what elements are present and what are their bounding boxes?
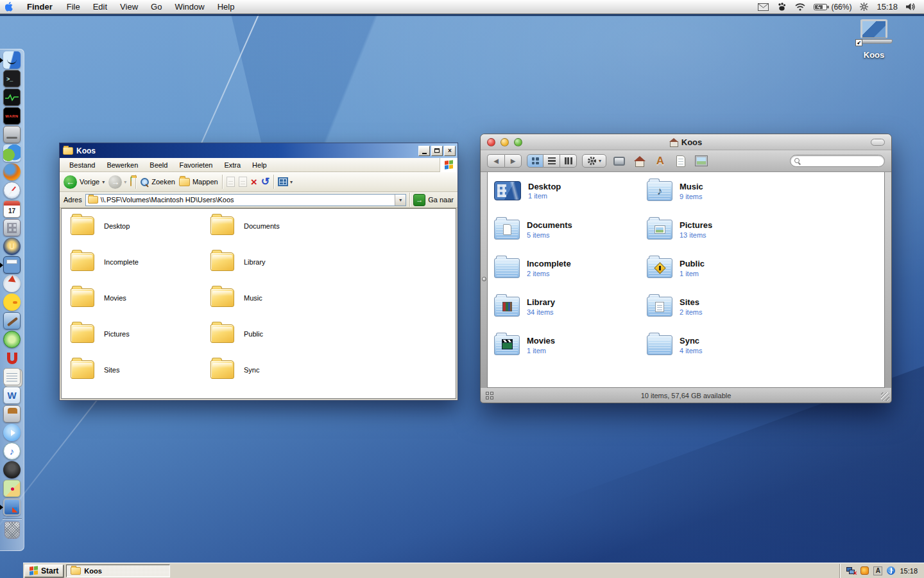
dock-item-xcode[interactable] — [0, 311, 24, 330]
finder-item-desktop[interactable]: Desktop1 item — [494, 181, 561, 200]
dock-item-itunes[interactable]: ♪ — [0, 442, 24, 460]
dock-item-cyberduck[interactable] — [0, 293, 24, 311]
applications-shortcut[interactable]: A — [653, 153, 668, 169]
finder-item-sync[interactable]: Sync4 items — [647, 335, 702, 355]
dock-item-ninja[interactable] — [0, 460, 24, 479]
dock-item-papers[interactable] — [0, 367, 24, 386]
finder-item-incomplete[interactable]: Incomplete2 items — [494, 258, 571, 278]
xp-folder-library[interactable]: Library — [210, 252, 266, 271]
menu-finder[interactable]: Finder — [19, 0, 60, 14]
xp-folder-movies[interactable]: Movies — [71, 288, 126, 307]
finder-window[interactable]: Koos ◀ ▶ ▾ A Desktop1 item — [480, 134, 892, 403]
xp-close-button[interactable]: × — [444, 146, 456, 156]
forward-button[interactable]: ▶ — [504, 154, 522, 168]
sidebar-knob[interactable] — [482, 277, 486, 281]
taskbar-clock[interactable]: 15:18 — [900, 567, 918, 575]
dock-item-calculator[interactable] — [0, 218, 24, 237]
dock-item-disk-utility[interactable] — [0, 125, 24, 144]
xp-folder-public[interactable]: Public — [210, 324, 263, 343]
finder-title-bar[interactable]: Koos — [481, 134, 891, 150]
finder-item-sites[interactable]: Sites2 items — [647, 297, 702, 317]
menu-edit[interactable]: Edit — [87, 0, 114, 14]
dock-item-led-ticker[interactable]: WARN — [0, 107, 24, 125]
delete-icon[interactable]: × — [251, 177, 257, 188]
dock-item-magnet[interactable] — [0, 349, 24, 367]
dock-item-camino[interactable] — [0, 274, 24, 293]
xp-menu-bewerken[interactable]: Bewerken — [101, 161, 144, 169]
home-shortcut[interactable] — [632, 153, 647, 169]
dock-item-trash[interactable] — [0, 521, 24, 539]
go-button[interactable]: → Ga naar — [413, 194, 454, 206]
xp-search-button[interactable]: Zoeken — [140, 177, 175, 186]
computer-shortcut[interactable] — [612, 153, 627, 169]
desktop-alias-koos[interactable]: ➶ Koos — [848, 19, 900, 60]
list-view-button[interactable] — [543, 154, 560, 168]
xp-menu-beeld[interactable]: Beeld — [144, 161, 173, 169]
undo-icon[interactable]: ↺ — [261, 177, 270, 187]
xp-menu-favorieten[interactable]: Favorieten — [173, 161, 218, 169]
dock-item-firefox[interactable] — [0, 162, 24, 181]
battery-icon[interactable]: (66%) — [814, 3, 851, 12]
pictures-shortcut[interactable] — [694, 153, 709, 169]
start-button[interactable]: Start — [24, 565, 64, 577]
menu-view[interactable]: View — [114, 0, 144, 14]
dock-item-unreal[interactable]: U — [0, 237, 24, 256]
xp-maximize-button[interactable] — [431, 146, 443, 156]
airport-wifi-icon[interactable] — [795, 3, 805, 11]
finder-item-movies[interactable]: Movies1 item — [494, 335, 555, 355]
minimize-button[interactable] — [501, 138, 509, 146]
finder-item-library[interactable]: Library34 items — [494, 297, 555, 317]
taskbar-task-koos[interactable]: Koos — [66, 565, 170, 577]
xp-folder-music[interactable]: Music — [210, 288, 262, 307]
menu-clock[interactable]: 15:18 — [877, 2, 898, 12]
xp-title-bar[interactable]: Koos × — [60, 143, 458, 158]
copy-to-icon[interactable] — [239, 177, 247, 187]
xp-menu-bestand[interactable]: Bestand — [64, 161, 101, 169]
zoom-button[interactable] — [514, 138, 522, 146]
toolbar-toggle-pill[interactable] — [871, 139, 885, 146]
xp-folder-documents[interactable]: Documents — [210, 216, 280, 235]
dock-item-terminal[interactable]: >_ — [0, 69, 24, 88]
dock-item-vm-window[interactable] — [0, 256, 24, 274]
finder-item-pictures[interactable]: Pictures13 items — [647, 220, 712, 240]
xp-up-button[interactable]: ↑ — [130, 178, 132, 186]
address-dropdown-button[interactable]: ▾ — [395, 195, 406, 206]
menu-file[interactable]: File — [60, 0, 87, 14]
xp-folders-button[interactable]: Mappen — [179, 178, 218, 186]
dock-item-activity-monitor[interactable] — [0, 88, 24, 107]
back-button[interactable]: ◀ — [487, 154, 504, 168]
apple-menu-icon[interactable] — [0, 2, 19, 12]
address-input[interactable]: \\.PSF\Volumes\Macintosh HD\Users\Koos ▾ — [85, 194, 407, 206]
xp-folder-sites[interactable]: Sites — [71, 360, 119, 379]
dock-item-limewire[interactable] — [0, 330, 24, 349]
volume-icon[interactable] — [906, 3, 916, 11]
network-disconnected-icon[interactable]: × — [846, 566, 856, 575]
dock-item-word[interactable]: W — [0, 386, 24, 405]
xp-folder-desktop[interactable]: Desktop — [71, 216, 130, 235]
xp-folder-incomplete[interactable]: Incomplete — [71, 252, 139, 271]
dock-item-ical[interactable]: 17 — [0, 200, 24, 218]
xp-forward-button[interactable]: → ▾ — [108, 175, 126, 189]
menu-help[interactable]: Help — [211, 0, 241, 14]
column-view-button[interactable] — [560, 154, 577, 168]
xp-folder-sync[interactable]: Sync — [210, 360, 259, 379]
search-field[interactable] — [790, 155, 885, 167]
mail-icon[interactable] — [758, 3, 769, 11]
finder-item-music[interactable]: ♪ Music9 items — [647, 181, 703, 201]
dock-item-safari[interactable] — [0, 181, 24, 200]
dock-item-ichat[interactable] — [0, 423, 24, 442]
paw-menu-icon[interactable] — [777, 3, 787, 12]
xp-explorer-window[interactable]: Koos × Bestand Bewerken Beeld Favorieten… — [59, 143, 458, 401]
xp-menu-help[interactable]: Help — [246, 161, 273, 169]
language-indicator-icon[interactable]: A — [873, 566, 882, 575]
icon-size-grid-icon[interactable] — [486, 392, 493, 399]
move-to-icon[interactable] — [227, 177, 235, 187]
menu-window[interactable]: Window — [168, 0, 210, 14]
documents-shortcut[interactable] — [673, 153, 689, 169]
xp-folder-pictures[interactable]: Pictures — [71, 324, 130, 343]
bluetooth-icon[interactable] — [886, 566, 896, 575]
dock-item-parallels[interactable] — [0, 498, 24, 516]
xp-menu-extra[interactable]: Extra — [218, 161, 246, 169]
sync-icon[interactable] — [860, 3, 868, 11]
resize-grip[interactable] — [881, 392, 889, 401]
